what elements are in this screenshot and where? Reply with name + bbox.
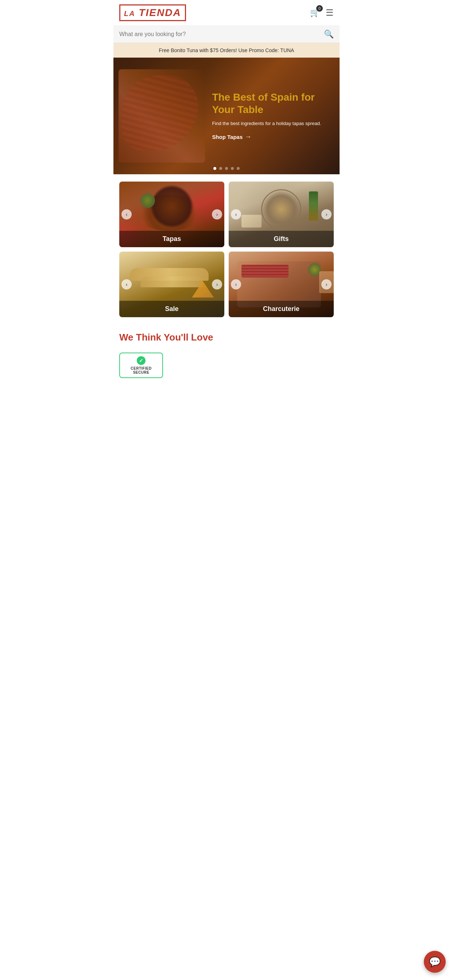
hero-dot-1[interactable] bbox=[214, 167, 216, 170]
charcuterie-label: Charcuterie bbox=[229, 301, 334, 317]
hero-food-image bbox=[113, 57, 215, 174]
promo-banner: Free Bonito Tuna with $75 Orders! Use Pr… bbox=[113, 43, 340, 57]
hero-cta-button[interactable]: Shop Tapas → bbox=[212, 133, 332, 141]
gifts-arrow-right[interactable]: › bbox=[321, 209, 332, 220]
sale-label: Sale bbox=[119, 301, 224, 317]
charcuterie-arrow-left[interactable]: ‹ bbox=[231, 279, 241, 290]
promo-text: Free Bonito Tuna with $75 Orders! Use Pr… bbox=[159, 48, 294, 53]
tapas-olive-bowl bbox=[140, 193, 155, 208]
gifts-arrow-left[interactable]: ‹ bbox=[231, 209, 241, 220]
hero-banner: The Best of Spain for Your Table Find th… bbox=[113, 57, 340, 174]
cart-button[interactable]: 0 🛒 bbox=[310, 8, 320, 18]
tapas-arrow-right[interactable]: › bbox=[212, 209, 222, 220]
trusted-badge[interactable]: ✓ CERTIFIED SECURE bbox=[119, 353, 163, 378]
hero-subtitle: Find the best ingredients for a holiday … bbox=[212, 120, 332, 127]
hero-dots bbox=[214, 167, 239, 170]
menu-icon[interactable]: ☰ bbox=[326, 8, 334, 18]
trusted-certified-text: CERTIFIED SECURE bbox=[124, 366, 158, 374]
tapas-arrow-left[interactable]: ‹ bbox=[121, 209, 132, 220]
header-icons: 0 🛒 ☰ bbox=[310, 8, 334, 18]
category-grid: ‹ › Tapas ‹ › Gifts ‹ › Sale ‹ bbox=[113, 174, 340, 325]
trusted-site-container: ✓ CERTIFIED SECURE bbox=[113, 347, 340, 384]
cart-badge: 0 bbox=[316, 5, 323, 12]
hero-dot-4[interactable] bbox=[231, 167, 234, 170]
hero-cta-label: Shop Tapas bbox=[212, 134, 242, 140]
category-card-tapas[interactable]: ‹ › Tapas bbox=[119, 181, 224, 247]
sale-arrow-right[interactable]: › bbox=[212, 279, 222, 290]
charcuterie-salami bbox=[241, 265, 289, 277]
gifts-bottle bbox=[309, 191, 318, 221]
search-button[interactable]: 🔍 bbox=[324, 30, 334, 39]
category-card-charcuterie[interactable]: ‹ › Charcuterie bbox=[229, 251, 334, 317]
search-input[interactable] bbox=[119, 31, 324, 38]
gifts-label bbox=[241, 215, 262, 228]
section-title: We Think You'll Love bbox=[113, 325, 340, 347]
tapas-label: Tapas bbox=[119, 231, 224, 247]
search-icon: 🔍 bbox=[324, 30, 334, 39]
sale-bread-2 bbox=[140, 276, 204, 287]
gifts-label-bar: Gifts bbox=[229, 231, 334, 247]
header: La Tienda 0 🛒 ☰ bbox=[113, 0, 340, 26]
tapas-plate bbox=[150, 185, 194, 228]
hero-dot-2[interactable] bbox=[219, 167, 222, 170]
hero-dot-3[interactable] bbox=[225, 167, 228, 170]
hero-title: The Best of Spain for Your Table bbox=[212, 91, 332, 116]
logo-tienda: Tienda bbox=[139, 7, 181, 18]
sale-arrow-left[interactable]: ‹ bbox=[121, 279, 132, 290]
hero-cta-arrow: → bbox=[245, 133, 251, 141]
category-card-sale[interactable]: ‹ › Sale bbox=[119, 251, 224, 317]
search-bar: 🔍 bbox=[113, 26, 340, 43]
category-card-gifts[interactable]: ‹ › Gifts bbox=[229, 181, 334, 247]
logo-text[interactable]: La Tienda bbox=[119, 5, 186, 21]
hero-content: The Best of Spain for Your Table Find th… bbox=[208, 57, 340, 174]
logo-la: La bbox=[124, 10, 135, 18]
hero-dot-5[interactable] bbox=[237, 167, 239, 170]
trusted-check-icon: ✓ bbox=[137, 356, 145, 365]
gifts-paella-pan bbox=[261, 189, 301, 229]
logo[interactable]: La Tienda bbox=[119, 5, 310, 21]
charcuterie-arrow-right[interactable]: › bbox=[321, 279, 332, 290]
